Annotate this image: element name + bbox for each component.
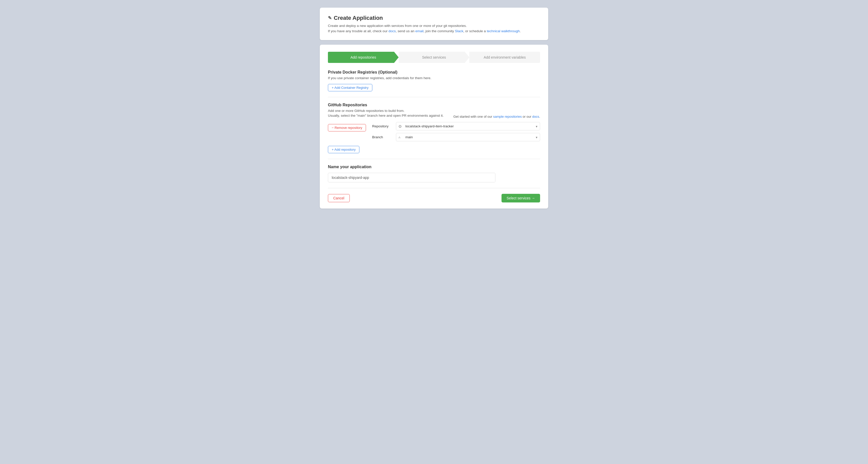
add-repository-button[interactable]: + Add repository	[328, 146, 360, 153]
github-repos-title: GitHub Repositories	[328, 103, 444, 107]
repository-field-row: Repository ⊙ localstack-shipyard-item-tr…	[372, 122, 540, 130]
divider-1	[328, 97, 540, 97]
steps-bar: Add repositories Select services Add env…	[328, 52, 540, 63]
docs-link[interactable]: docs	[389, 29, 396, 33]
add-container-registry-button[interactable]: + Add Container Registry	[328, 84, 372, 91]
walkthrough-link[interactable]: technical walkthrough	[487, 29, 520, 33]
branch-field-row: Branch ⑃ main ▾	[372, 133, 540, 141]
main-card: Add repositories Select services Add env…	[320, 45, 548, 208]
private-docker-section: Private Docker Registries (Optional) If …	[328, 70, 540, 91]
repository-row: − Remove repository Repository ⊙ localst…	[328, 122, 540, 141]
github-header-left: GitHub Repositories Add one or more GitH…	[328, 103, 444, 119]
github-header-row: GitHub Repositories Add one or more GitH…	[328, 103, 540, 119]
add-repo-row: + Add repository	[328, 146, 540, 153]
repository-select[interactable]: localstack-shipyard-item-tracker	[396, 122, 540, 130]
remove-repository-button[interactable]: − Remove repository	[328, 124, 366, 131]
github-get-started: Get started with one of our sample repos…	[453, 115, 540, 119]
cancel-button[interactable]: Cancel	[328, 194, 350, 202]
github-repos-desc2: Usually, select the "main" branch here a…	[328, 114, 444, 118]
step-add-env-vars[interactable]: Add environment variables	[469, 52, 540, 63]
repo-fields: Repository ⊙ localstack-shipyard-item-tr…	[372, 122, 540, 141]
page-title: ✎ Create Application	[328, 15, 540, 21]
remove-col: − Remove repository	[328, 122, 366, 131]
app-name-section: Name your application	[328, 165, 540, 183]
private-docker-desc: If you use private container registries,…	[328, 76, 540, 80]
repository-label: Repository	[372, 124, 392, 128]
branch-select-wrapper: ⑃ main ▾	[396, 133, 540, 141]
page-links: If you have any trouble at all, check ou…	[328, 29, 540, 33]
email-link[interactable]: email	[415, 29, 423, 33]
slack-link[interactable]: Slack	[455, 29, 463, 33]
step-add-repositories[interactable]: Add repositories	[328, 52, 399, 63]
app-name-input[interactable]	[328, 173, 495, 183]
github-repos-section: GitHub Repositories Add one or more GitH…	[328, 103, 540, 153]
branch-label: Branch	[372, 135, 392, 139]
private-docker-title: Private Docker Registries (Optional)	[328, 70, 540, 75]
divider-3	[328, 188, 540, 188]
form-footer: Cancel Select services →	[328, 194, 540, 202]
sample-repos-link[interactable]: sample repositories	[493, 115, 522, 119]
repository-select-wrapper: ⊙ localstack-shipyard-item-tracker ▾	[396, 122, 540, 130]
github-repos-desc1: Add one or more GitHub repositories to b…	[328, 109, 444, 113]
github-docs-link[interactable]: docs	[532, 115, 539, 119]
select-services-button[interactable]: Select services →	[501, 194, 540, 202]
step-select-services[interactable]: Select services	[399, 52, 469, 63]
page-desc-1: Create and deploy a new application with…	[328, 24, 540, 28]
app-name-title: Name your application	[328, 165, 540, 169]
header-card: ✎ Create Application Create and deploy a…	[320, 8, 548, 40]
branch-select[interactable]: main	[396, 133, 540, 141]
pencil-icon: ✎	[328, 15, 332, 21]
